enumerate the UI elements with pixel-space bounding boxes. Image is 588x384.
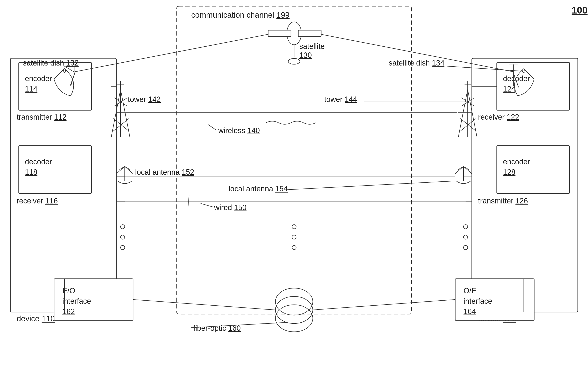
wireless-label: wireless 140 (218, 126, 260, 135)
antenna-left-arm4 (125, 166, 133, 174)
fiber-optic-coil3 (275, 305, 313, 332)
wired-arrow (201, 203, 213, 207)
comm-channel-label: communication channel 199 (191, 11, 290, 19)
antenna-right-arm3 (455, 166, 463, 174)
figure-number: 100 (572, 5, 588, 16)
satellite-panel-left (268, 30, 291, 36)
satellite-dish-left-label: satellite dish 132 (23, 59, 79, 67)
transmitter-left-label: transmitter 112 (17, 113, 66, 121)
tower-right-label: tower 144 (324, 95, 357, 104)
dot-right-3 (463, 246, 468, 250)
transmitter-right-label: transmitter 126 (478, 197, 528, 205)
sat-antenna-dish (288, 58, 300, 64)
dot-left-3 (121, 246, 125, 250)
fiber-optic-coil1 (275, 288, 313, 315)
fiber-right-line (313, 299, 455, 310)
satellite-dish-right-label: satellite dish 134 (389, 59, 444, 67)
dot-right-2 (463, 235, 468, 239)
sat-left-link (75, 34, 268, 72)
decoder-left-label: decoder (25, 158, 52, 166)
receiver-left-label: receiver 116 (17, 197, 58, 205)
encoder-left-num: 114 (25, 85, 37, 93)
local-antenna-right-label: local antenna 154 (229, 184, 288, 193)
antenna-right-arm4 (463, 166, 472, 174)
wireless-symbol (266, 121, 316, 124)
dot-left-1 (121, 225, 125, 229)
device-left-label: device 110 (17, 314, 55, 323)
encoder-right-label: encoder (503, 158, 530, 166)
dot-center-1 (292, 225, 296, 229)
tower-right-leg1 (458, 90, 468, 137)
antenna-right-arrow (287, 181, 454, 190)
encoder-left-label: encoder (25, 74, 52, 83)
antenna-left-arm3 (116, 166, 125, 174)
dot-center-3 (292, 246, 296, 250)
antenna-right-ground (456, 181, 471, 184)
dot-center-2 (292, 235, 296, 239)
wireless-arrow (208, 124, 216, 130)
decoder-left-num: 118 (25, 168, 37, 176)
oe-label2: interface (463, 297, 492, 305)
fiber-left-line (133, 299, 275, 310)
dot-left-2 (121, 235, 125, 239)
diagram: text { font-family: Arial, sans-serif; f… (0, 0, 588, 384)
satellite-label: satellite (299, 42, 325, 50)
oe-label1: O/E (463, 286, 476, 295)
receiver-right-label: receiver 122 (478, 113, 519, 121)
satellite-num: 130 (299, 51, 312, 60)
fiber-optic-coil2 (275, 296, 313, 323)
encoder-right-num: 128 (503, 168, 515, 176)
dot-right-1 (463, 225, 468, 229)
local-antenna-left-label: local antenna 152 (135, 168, 194, 176)
oe-num: 164 (463, 307, 476, 316)
satellite-panel-right (298, 30, 321, 36)
eo-label2: interface (62, 297, 91, 305)
wired-label: wired 150 (214, 203, 247, 212)
tower-left-label: tower 142 (128, 95, 161, 104)
antenna-left-ground (117, 181, 132, 184)
